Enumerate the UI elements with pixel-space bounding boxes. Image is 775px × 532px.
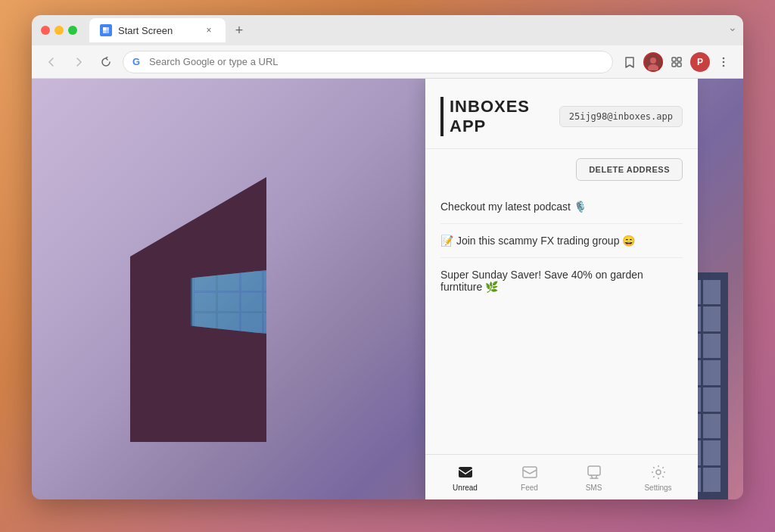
settings-label: Settings xyxy=(644,484,671,492)
feed-icon xyxy=(521,463,539,481)
nav-item-unread[interactable]: Unread xyxy=(443,463,488,492)
email-list: Checkout my latest podcast 🎙️ 📝 Join thi… xyxy=(425,190,698,454)
sms-icon xyxy=(585,463,603,481)
close-window-button[interactable] xyxy=(41,26,50,35)
svg-point-13 xyxy=(723,64,725,67)
address-text: Search Google or type a URL xyxy=(149,56,279,67)
svg-rect-16 xyxy=(588,466,600,475)
feed-label: Feed xyxy=(521,484,538,492)
window-pane xyxy=(241,292,263,313)
maximize-window-button[interactable] xyxy=(68,26,77,35)
tab-favicon xyxy=(100,24,112,36)
traffic-lights xyxy=(41,26,77,35)
more-options-button[interactable] xyxy=(713,51,734,73)
window-pane xyxy=(263,271,286,291)
bookmark-icon[interactable] xyxy=(619,51,640,73)
tab-close-button[interactable]: × xyxy=(203,24,215,36)
b2-window xyxy=(703,280,721,304)
email-item[interactable]: 📝 Join this scammy FX trading group 😄 xyxy=(440,224,683,258)
window-pane xyxy=(194,313,216,333)
app-panel: INBOXES APP 25ijg98@inboxes.app DELETE A… xyxy=(425,79,698,499)
unread-label: Unread xyxy=(453,484,478,492)
email-address-badge: 25ijg98@inboxes.app xyxy=(559,106,683,127)
window-pane xyxy=(241,271,263,291)
bottom-nav: Unread Feed xyxy=(425,454,698,499)
tab-bar: Start Screen × + xyxy=(89,18,734,42)
delete-address-row: DELETE ADDRESS xyxy=(425,149,698,190)
building-window xyxy=(191,268,289,336)
tab-title: Start Screen xyxy=(118,25,173,36)
window-pane xyxy=(217,271,240,291)
expand-icon[interactable]: ⌄ xyxy=(728,21,737,33)
window-pane xyxy=(194,292,216,313)
email-subject: 📝 Join this scammy FX trading group 😄 xyxy=(440,235,635,247)
email-subject: Checkout my latest podcast 🎙️ xyxy=(440,201,587,213)
svg-rect-2 xyxy=(103,30,106,33)
svg-rect-7 xyxy=(672,58,676,61)
extensions-icon[interactable] xyxy=(666,51,687,73)
address-bar[interactable]: G Search Google or type a URL xyxy=(123,51,613,73)
user-profile-button[interactable]: P xyxy=(690,52,710,72)
sms-label: SMS xyxy=(586,484,602,492)
forward-button[interactable] xyxy=(68,51,89,73)
b2-window xyxy=(703,440,721,465)
window-grid xyxy=(192,269,288,334)
svg-rect-15 xyxy=(523,467,537,478)
b2-window xyxy=(703,334,721,358)
settings-icon xyxy=(649,463,668,481)
b2-window xyxy=(703,306,721,331)
delete-address-button[interactable]: DELETE ADDRESS xyxy=(576,158,683,181)
email-item[interactable]: Super Sunday Saver! Save 40% on garden f… xyxy=(440,258,683,303)
minimize-window-button[interactable] xyxy=(54,26,64,35)
svg-rect-8 xyxy=(677,58,681,61)
svg-point-11 xyxy=(723,57,725,59)
b2-window xyxy=(703,387,721,412)
svg-rect-9 xyxy=(672,63,676,67)
svg-point-5 xyxy=(650,58,656,64)
svg-point-17 xyxy=(656,470,661,474)
app-header: INBOXES APP 25ijg98@inboxes.app xyxy=(425,79,698,149)
svg-point-12 xyxy=(723,61,725,63)
toolbar-icons: P xyxy=(619,51,734,73)
back-button[interactable] xyxy=(41,51,62,73)
nav-item-feed[interactable]: Feed xyxy=(507,463,552,492)
browser-window: Start Screen × + ⌄ G Search Google or ty… xyxy=(32,15,743,499)
new-tab-button[interactable]: + xyxy=(229,20,250,41)
svg-rect-10 xyxy=(677,63,681,67)
google-icon: G xyxy=(132,56,145,68)
svg-rect-14 xyxy=(459,467,472,478)
window-pane xyxy=(263,313,286,333)
b2-window xyxy=(703,468,721,492)
b2-window xyxy=(703,360,721,384)
window-pane xyxy=(217,292,240,313)
email-subject: Super Sunday Saver! Save 40% on garden f… xyxy=(440,269,643,293)
profile-avatar[interactable] xyxy=(643,52,663,72)
b2-window xyxy=(703,414,721,438)
unread-icon xyxy=(456,463,475,481)
window-pane xyxy=(263,292,286,313)
svg-rect-1 xyxy=(106,27,109,30)
svg-rect-3 xyxy=(106,30,109,33)
email-item[interactable]: Checkout my latest podcast 🎙️ xyxy=(440,190,683,224)
window-pane xyxy=(194,271,216,291)
browser-content: INBOXES APP 25ijg98@inboxes.app DELETE A… xyxy=(32,79,743,499)
nav-item-sms[interactable]: SMS xyxy=(571,463,617,492)
app-logo: INBOXES APP xyxy=(440,97,559,136)
browser-titlebar: Start Screen × + ⌄ xyxy=(32,15,743,45)
window-pane xyxy=(217,313,240,333)
svg-rect-0 xyxy=(103,27,106,30)
nav-item-settings[interactable]: Settings xyxy=(636,463,681,492)
building-body xyxy=(130,177,266,442)
active-tab[interactable]: Start Screen × xyxy=(89,18,226,42)
reload-button[interactable] xyxy=(95,51,117,73)
browser-toolbar: G Search Google or type a URL xyxy=(32,45,743,79)
building-left xyxy=(107,139,335,442)
window-pane xyxy=(241,313,263,333)
